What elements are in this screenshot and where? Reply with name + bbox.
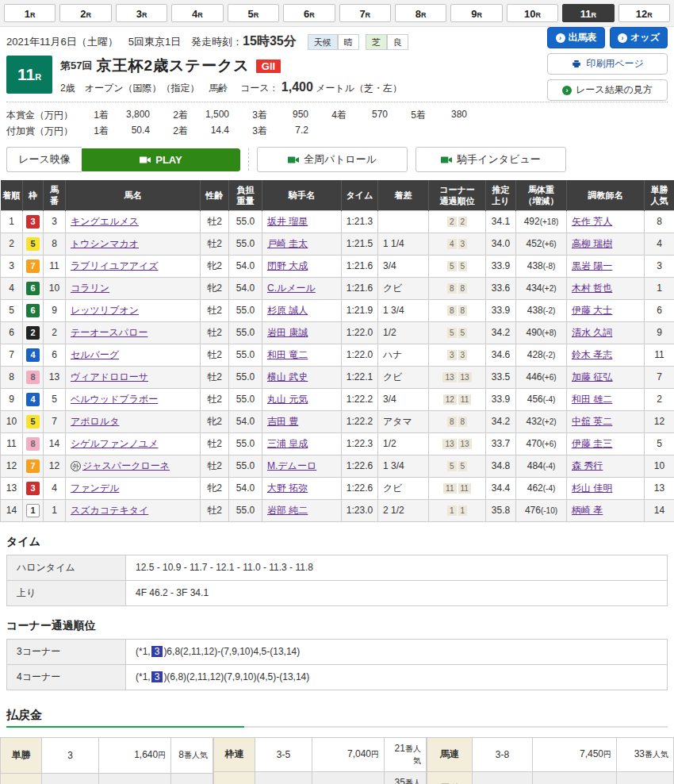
jockey-name-link[interactable]: 岩田 康誠 xyxy=(267,327,308,338)
trainer-name-link[interactable]: 和田 雄二 xyxy=(572,394,612,405)
horse-name-link[interactable]: ヴィアドロローサ xyxy=(71,371,148,382)
horse-weight-cell: 438(-2) xyxy=(516,299,567,321)
entry-table-button[interactable]: › 出馬表 xyxy=(547,27,605,48)
horse-weight-cell: 428(-2) xyxy=(516,344,567,366)
play-button[interactable]: PLAY xyxy=(82,148,240,171)
odds-button[interactable]: › オッズ xyxy=(610,27,668,48)
payout-popularity: 8番人気 xyxy=(171,773,213,784)
race-tab-5R[interactable]: 5R xyxy=(228,4,279,22)
horse-name-link[interactable]: レッツリブオン xyxy=(71,305,139,316)
bet-combination: 3-5 xyxy=(255,737,312,771)
horse-name-link[interactable]: キングエルメス xyxy=(71,216,139,227)
corner-positions-cell: 43 xyxy=(429,233,486,255)
horse-weight-cell: 452(+6) xyxy=(516,233,567,255)
jockey-name-link[interactable]: 三浦 皇成 xyxy=(267,438,308,449)
race-tab-3R[interactable]: 3R xyxy=(116,4,167,22)
race-tab-9R[interactable]: 9R xyxy=(450,4,502,22)
print-page-button[interactable]: 印刷用ページ xyxy=(547,53,668,75)
trainer-name-link[interactable]: 木村 哲也 xyxy=(572,282,612,294)
corner-position-box: 11 xyxy=(458,394,471,405)
results-column-header: 騎手名 xyxy=(262,181,342,211)
race-tab-7R[interactable]: 7R xyxy=(339,4,391,22)
jockey-interview-button[interactable]: 騎手インタビュー xyxy=(416,147,566,172)
horse-name-link[interactable]: ベルウッドブラボー xyxy=(71,394,158,405)
race-tab-2R[interactable]: 2R xyxy=(59,4,111,22)
jockey-name-link[interactable]: 丸山 元気 xyxy=(267,394,308,405)
payout-popularity: 8番人気 xyxy=(171,737,213,773)
trainer-name-link[interactable]: 矢作 芳人 xyxy=(572,216,612,227)
jockey-name-link[interactable]: 大野 拓弥 xyxy=(267,482,308,494)
jockey-name-link[interactable]: 坂井 瑠星 xyxy=(267,216,308,227)
horse-name-link[interactable]: ジャスパークローネ xyxy=(82,460,170,471)
divider xyxy=(248,148,249,171)
horse-name-link[interactable]: ファンデル xyxy=(71,482,119,494)
trainer-name-link[interactable]: 柄崎 孝 xyxy=(572,505,603,516)
race-tab-number: 12 xyxy=(636,8,647,20)
jockey-name-link[interactable]: 横山 武史 xyxy=(267,371,308,382)
horse-name-link[interactable]: コラリン xyxy=(71,282,109,294)
race-tab-suffix: R xyxy=(647,11,653,19)
frame-number-badge: 1 xyxy=(26,504,40,517)
horse-name-link[interactable]: ラブリイユアアイズ xyxy=(71,260,159,271)
how-to-read-button[interactable]: › レース結果の見方 xyxy=(547,79,668,101)
corner-row-label: 4コーナー xyxy=(7,664,126,690)
trainer-cell: 高柳 瑞樹 xyxy=(567,233,645,255)
horse-name-link[interactable]: シゲルファンノユメ xyxy=(71,438,159,449)
trainer-cell: 和田 雄二 xyxy=(567,388,645,410)
jockey-name-link[interactable]: 戸崎 圭太 xyxy=(267,238,308,249)
horse-name-link[interactable]: スズカコテキタイ xyxy=(71,505,148,516)
prize-section: 本賞金（万円） 1着3,8002着1,5003着9504着5705着380 付加… xyxy=(0,102,674,138)
horse-weight-diff: (-10) xyxy=(541,506,557,515)
horse-name-link[interactable]: テーオースパロー xyxy=(71,327,147,338)
horse-name-link[interactable]: アポロルタ xyxy=(71,416,119,427)
trainer-name-link[interactable]: 杉山 佳明 xyxy=(572,482,612,494)
table-row: 1057アポロルタ牝254.0吉田 豊1:22.2アタマ8834.2432(+2… xyxy=(1,410,674,432)
jockey-name-link[interactable]: 和田 竜二 xyxy=(267,349,308,360)
trainer-name-link[interactable]: 伊藤 大士 xyxy=(572,305,612,316)
jockey-name-link[interactable]: M.デムーロ xyxy=(267,460,316,471)
trainer-name-link[interactable]: 高柳 瑞樹 xyxy=(572,238,612,249)
margin: 2 1/2 xyxy=(378,499,429,521)
frame-cell: 5 xyxy=(23,410,44,432)
race-number: 11 xyxy=(17,65,35,84)
horse-name-link[interactable]: トウシンマカオ xyxy=(71,238,139,249)
patrol-video-button[interactable]: 全周パトロール xyxy=(257,147,408,172)
corner-position-box: 8 xyxy=(458,283,468,294)
frame-number-badge: 5 xyxy=(26,237,40,251)
table-row: 3711ラブリイユアアイズ牝254.0団野 大成1:21.63/45533.94… xyxy=(1,255,674,277)
results-column-header: 性齢 xyxy=(201,181,229,211)
horse-weight: 438 xyxy=(527,260,543,271)
patrol-video-label: 全周パトロール xyxy=(304,152,377,167)
jockey-name-link[interactable]: 吉田 豊 xyxy=(267,416,298,427)
corner-position-box: 11 xyxy=(458,483,471,494)
race-tab-6R[interactable]: 6R xyxy=(283,4,335,22)
jockey-name-link[interactable]: 岩部 純二 xyxy=(267,505,308,516)
corner-position-box: 13 xyxy=(458,372,472,382)
payout-underline xyxy=(6,726,668,728)
trainer-name-link[interactable]: 森 秀行 xyxy=(572,460,603,471)
jockey-name-link[interactable]: 杉原 誠人 xyxy=(267,305,308,316)
horse-weight: 432 xyxy=(526,416,542,427)
jockey-name-link[interactable]: C.ルメール xyxy=(267,282,316,294)
trainer-name-link[interactable]: 黒岩 陽一 xyxy=(572,260,612,271)
trainer-name-link[interactable]: 加藤 征弘 xyxy=(572,371,612,382)
results-column-header: 調教師名 xyxy=(567,181,645,211)
corner-positions-cell: 22 xyxy=(429,210,486,233)
time-table: ハロンタイム12.5 - 10.9 - 11.7 - 12.1 - 11.0 -… xyxy=(6,555,668,606)
corner-order-text: (*1, xyxy=(136,671,151,682)
race-tab-1R[interactable]: 1R xyxy=(4,4,56,22)
race-tab-11R[interactable]: 11R xyxy=(562,4,614,22)
prize-pair: 3着950 xyxy=(240,109,320,122)
race-tab-4R[interactable]: 4R xyxy=(171,4,223,22)
jockey-name-link[interactable]: 団野 大成 xyxy=(267,260,308,271)
horse-name-link[interactable]: セルバーグ xyxy=(71,349,119,360)
trainer-cell: 森 秀行 xyxy=(567,455,645,477)
trainer-name-link[interactable]: 清水 久詞 xyxy=(572,327,612,338)
race-tab-8R[interactable]: 8R xyxy=(395,4,446,22)
finish-position: 3 xyxy=(1,255,23,277)
trainer-name-link[interactable]: 伊藤 圭三 xyxy=(572,438,612,449)
race-tab-10R[interactable]: 10R xyxy=(507,4,558,22)
trainer-name-link[interactable]: 中舘 英二 xyxy=(572,416,612,427)
trainer-name-link[interactable]: 鈴木 孝志 xyxy=(572,349,612,360)
race-tab-12R[interactable]: 12R xyxy=(618,4,670,22)
